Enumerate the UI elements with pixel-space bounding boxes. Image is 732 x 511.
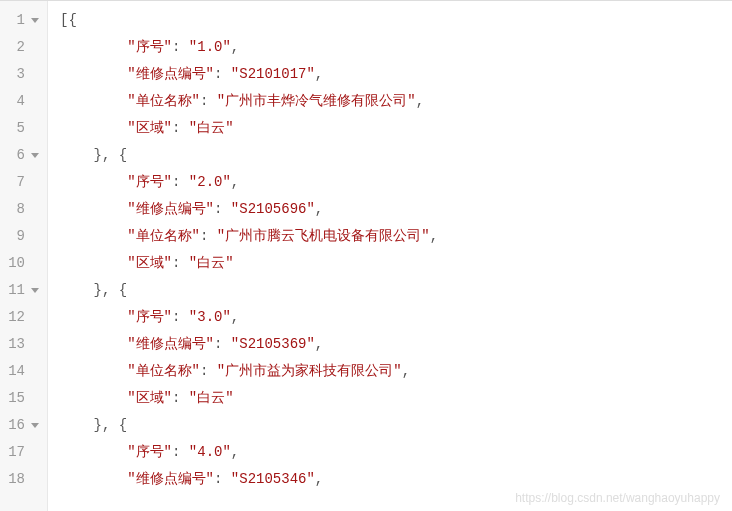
code-line[interactable]: "序号": "1.0",	[60, 34, 732, 61]
gutter-line: 5	[4, 115, 39, 142]
line-number: 15	[8, 385, 25, 412]
code-line[interactable]: "维修点编号": "S2101017",	[60, 61, 732, 88]
token-punct: ,	[231, 444, 239, 460]
token-punct: ,	[402, 363, 410, 379]
token-colon: :	[214, 66, 231, 82]
gutter-line: 4	[4, 88, 39, 115]
token-str: "1.0"	[189, 39, 231, 55]
line-number: 6	[17, 142, 25, 169]
code-line[interactable]: "单位名称": "广州市益为家科技有限公司",	[60, 358, 732, 385]
token-colon: :	[172, 255, 189, 271]
token-colon: :	[200, 228, 217, 244]
token-colon: :	[200, 363, 217, 379]
token-key: "区域"	[127, 390, 172, 406]
line-number: 17	[8, 439, 25, 466]
token-colon: :	[172, 174, 189, 190]
line-number: 5	[17, 115, 25, 142]
code-line[interactable]: }, {	[60, 277, 732, 304]
token-key: "单位名称"	[127, 93, 200, 109]
code-area[interactable]: [{ "序号": "1.0", "维修点编号": "S2101017", "单位…	[48, 1, 732, 511]
code-line[interactable]: "维修点编号": "S2105369",	[60, 331, 732, 358]
fold-arrow-icon[interactable]	[31, 18, 39, 23]
token-key: "维修点编号"	[127, 201, 214, 217]
token-punct: ,	[315, 201, 323, 217]
token-str: "白云"	[189, 390, 234, 406]
gutter-line: 11	[4, 277, 39, 304]
fold-arrow-icon[interactable]	[31, 288, 39, 293]
code-line[interactable]: "区域": "白云"	[60, 385, 732, 412]
token-colon: :	[214, 201, 231, 217]
code-line[interactable]: "区域": "白云"	[60, 115, 732, 142]
token-punct: ,	[231, 174, 239, 190]
gutter-line: 15	[4, 385, 39, 412]
token-str: "S2105369"	[231, 336, 315, 352]
gutter-line: 3	[4, 61, 39, 88]
gutter-line: 16	[4, 412, 39, 439]
line-number: 8	[17, 196, 25, 223]
code-line[interactable]: "单位名称": "广州市腾云飞机电设备有限公司",	[60, 223, 732, 250]
code-line[interactable]: }, {	[60, 142, 732, 169]
token-key: "序号"	[127, 174, 172, 190]
token-key: "单位名称"	[127, 228, 200, 244]
gutter-line: 9	[4, 223, 39, 250]
token-punct: [{	[60, 12, 77, 28]
gutter-line: 10	[4, 250, 39, 277]
line-number: 11	[8, 277, 25, 304]
code-line[interactable]: "序号": "2.0",	[60, 169, 732, 196]
code-line[interactable]: "维修点编号": "S2105696",	[60, 196, 732, 223]
token-key: "序号"	[127, 309, 172, 325]
token-str: "S2101017"	[231, 66, 315, 82]
token-punct: ,	[231, 39, 239, 55]
token-colon: :	[214, 336, 231, 352]
line-number: 4	[17, 88, 25, 115]
code-line[interactable]: "序号": "3.0",	[60, 304, 732, 331]
token-str: "2.0"	[189, 174, 231, 190]
fold-arrow-icon[interactable]	[31, 153, 39, 158]
token-str: "3.0"	[189, 309, 231, 325]
line-number: 3	[17, 61, 25, 88]
token-colon: :	[214, 471, 231, 487]
token-punct: ,	[416, 93, 424, 109]
token-key: "维修点编号"	[127, 336, 214, 352]
line-number: 1	[17, 7, 25, 34]
token-colon: :	[172, 444, 189, 460]
token-punct: }, {	[94, 417, 128, 433]
gutter-line: 18	[4, 466, 39, 493]
code-line[interactable]: "维修点编号": "S2105346",	[60, 466, 732, 493]
token-str: "4.0"	[189, 444, 231, 460]
line-number: 12	[8, 304, 25, 331]
code-line[interactable]: "单位名称": "广州市丰烨冷气维修有限公司",	[60, 88, 732, 115]
gutter-line: 12	[4, 304, 39, 331]
token-colon: :	[172, 120, 189, 136]
token-key: "单位名称"	[127, 363, 200, 379]
line-number: 7	[17, 169, 25, 196]
gutter-line: 13	[4, 331, 39, 358]
gutter-line: 17	[4, 439, 39, 466]
code-line[interactable]: "区域": "白云"	[60, 250, 732, 277]
code-editor: 123456789101112131415161718 [{ "序号": "1.…	[0, 0, 732, 511]
gutter-line: 8	[4, 196, 39, 223]
token-colon: :	[172, 39, 189, 55]
token-colon: :	[172, 309, 189, 325]
line-number: 2	[17, 34, 25, 61]
token-colon: :	[200, 93, 217, 109]
gutter-line: 1	[4, 7, 39, 34]
token-str: "S2105346"	[231, 471, 315, 487]
token-punct: }, {	[94, 147, 128, 163]
token-str: "S2105696"	[231, 201, 315, 217]
token-punct: ,	[315, 471, 323, 487]
code-line[interactable]: }, {	[60, 412, 732, 439]
token-str: "白云"	[189, 255, 234, 271]
token-punct: ,	[315, 336, 323, 352]
code-line[interactable]: [{	[60, 7, 732, 34]
code-line[interactable]: "序号": "4.0",	[60, 439, 732, 466]
token-str: "广州市丰烨冷气维修有限公司"	[217, 93, 416, 109]
line-number: 14	[8, 358, 25, 385]
token-key: "序号"	[127, 39, 172, 55]
fold-arrow-icon[interactable]	[31, 423, 39, 428]
token-key: "序号"	[127, 444, 172, 460]
token-str: "广州市益为家科技有限公司"	[217, 363, 402, 379]
token-punct: ,	[430, 228, 438, 244]
gutter-line: 2	[4, 34, 39, 61]
gutter-line: 6	[4, 142, 39, 169]
